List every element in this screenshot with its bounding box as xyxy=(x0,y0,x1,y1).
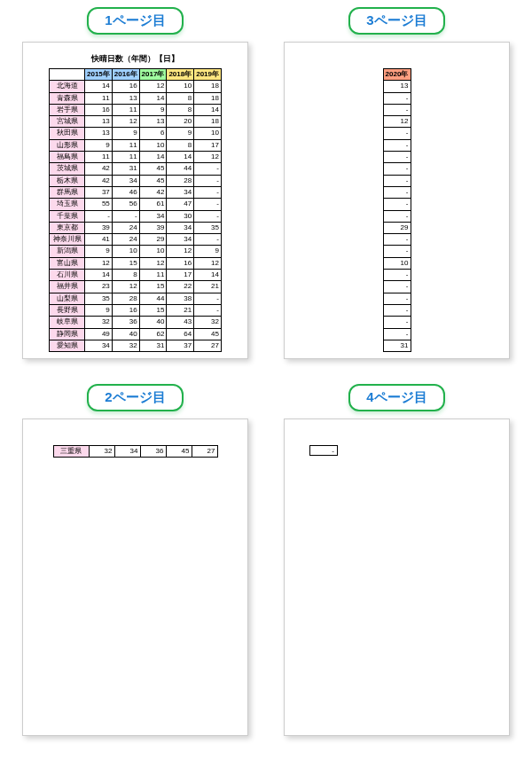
cell: 49 xyxy=(85,328,113,340)
table-row: - xyxy=(383,328,411,340)
cell: 12 xyxy=(139,81,167,92)
row-header: 長野県 xyxy=(50,304,85,316)
row-header: 岐阜県 xyxy=(50,317,85,328)
cell: 14 xyxy=(194,104,222,115)
cell: 11 xyxy=(112,152,139,163)
cell: - xyxy=(383,270,411,281)
header-blank xyxy=(50,69,85,81)
page2-cell: 2ページ目 三重県 32 34 36 45 27 xyxy=(9,384,262,752)
cell: 10 xyxy=(112,246,139,257)
row-header: 福井県 xyxy=(50,281,85,293)
cell: - xyxy=(383,163,411,175)
cell: 40 xyxy=(112,328,139,340)
cell: - xyxy=(194,234,222,246)
cell: - xyxy=(194,304,222,316)
table-row: 福井県2312152221 xyxy=(50,281,222,293)
cell: 61 xyxy=(139,199,167,210)
cell: 15 xyxy=(139,281,167,293)
table-row: 福島県1111141412 xyxy=(50,152,222,163)
cell: 56 xyxy=(112,199,139,210)
header-2017: 2017年 xyxy=(139,69,167,81)
cell: 35 xyxy=(194,222,222,233)
cell: 42 xyxy=(139,186,167,198)
cell: 14 xyxy=(139,92,167,104)
header-2019: 2019年 xyxy=(194,69,222,81)
row-header: 山形県 xyxy=(50,139,85,151)
table-row: - xyxy=(383,139,411,151)
cell: 17 xyxy=(194,139,222,151)
col2020-table: 2020年 13--12--------29--10------31 xyxy=(383,68,411,352)
page1-cell: 1ページ目 快晴日数（年間）【日】 2015年 2016年 2017年 2018… xyxy=(9,7,262,375)
table-row: 富山県1215121612 xyxy=(50,257,222,269)
cell: 32 xyxy=(89,446,114,458)
table-row: 北海道1416121018 xyxy=(50,81,222,92)
cell: 18 xyxy=(194,81,222,92)
cell: 17 xyxy=(167,270,194,281)
cell: - xyxy=(383,246,411,257)
cell: 12 xyxy=(383,116,411,128)
cell: 29 xyxy=(383,222,411,233)
table-row: 12 xyxy=(383,116,411,128)
cell: 15 xyxy=(112,257,139,269)
overflow-row-table: 三重県 32 34 36 45 27 xyxy=(53,445,218,458)
cell: - xyxy=(383,104,411,115)
cell: 45 xyxy=(139,163,167,175)
cell: 16 xyxy=(112,304,139,316)
cell: 15 xyxy=(139,304,167,316)
table-row: - xyxy=(383,293,411,304)
cell: - xyxy=(383,186,411,198)
row-header: 山梨県 xyxy=(50,293,85,304)
table-row: 三重県 32 34 36 45 27 xyxy=(53,446,217,458)
page1-label: 1ページ目 xyxy=(87,7,183,35)
cell: 45 xyxy=(139,175,167,186)
cell: 34 xyxy=(85,340,113,351)
cell: 23 xyxy=(85,281,113,293)
table-row: 東京都3924393435 xyxy=(50,222,222,233)
cell: 28 xyxy=(167,175,194,186)
cell: - xyxy=(383,234,411,246)
row-header: 秋田県 xyxy=(50,128,85,139)
table-row: 岩手県16119814 xyxy=(50,104,222,115)
cell: 34 xyxy=(114,446,140,458)
cell: 40 xyxy=(139,317,167,328)
cell: 44 xyxy=(167,163,194,175)
table-row: 山梨県35284438- xyxy=(50,293,222,304)
cell: 12 xyxy=(112,281,139,293)
row-header: 富山県 xyxy=(50,257,85,269)
table-row: - xyxy=(383,210,411,222)
cell: - xyxy=(383,317,411,328)
table-row: 31 xyxy=(383,340,411,351)
cell: 10 xyxy=(167,81,194,92)
table-row: 山形県91110817 xyxy=(50,139,222,151)
cell: - xyxy=(383,128,411,139)
cell: 10 xyxy=(383,257,411,269)
cell: 39 xyxy=(139,222,167,233)
row-header: 群馬県 xyxy=(50,186,85,198)
cell: 27 xyxy=(192,446,217,458)
cell: 9 xyxy=(167,128,194,139)
row-header: 茨城県 xyxy=(50,163,85,175)
cell: 47 xyxy=(167,199,194,210)
cell: 10 xyxy=(194,128,222,139)
cell: 64 xyxy=(167,328,194,340)
cell: 62 xyxy=(139,328,167,340)
row-header: 新潟県 xyxy=(50,246,85,257)
cell: - xyxy=(194,199,222,210)
cell: 11 xyxy=(139,270,167,281)
table-row: - xyxy=(383,163,411,175)
table-row: 岐阜県3236404332 xyxy=(50,317,222,328)
table-row: 千葉県--3430- xyxy=(50,210,222,222)
cell: - xyxy=(383,175,411,186)
row-header: 神奈川県 xyxy=(50,234,85,246)
cell: 20 xyxy=(167,116,194,128)
cell: 10 xyxy=(139,246,167,257)
cell: - xyxy=(383,304,411,316)
page4-label: 4ページ目 xyxy=(348,384,444,411)
cell: 10 xyxy=(139,139,167,151)
row-header: 石川県 xyxy=(50,270,85,281)
cell: 8 xyxy=(167,92,194,104)
page4-sheet: - xyxy=(284,419,510,736)
cell: 12 xyxy=(139,257,167,269)
cell: 13 xyxy=(85,128,113,139)
cell: 9 xyxy=(139,104,167,115)
